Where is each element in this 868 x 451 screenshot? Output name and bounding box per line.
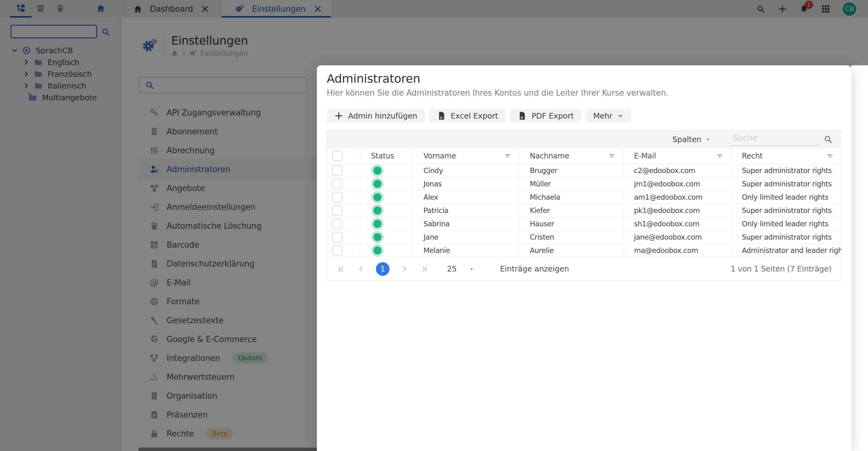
vorname-cell: Cindy xyxy=(413,164,519,177)
page-size-select[interactable]: 25 xyxy=(447,264,474,273)
status-active-dot xyxy=(373,180,381,188)
row-checkbox[interactable] xyxy=(332,178,342,189)
row-select-cell xyxy=(327,177,360,190)
administrators-table: Spalten Suche StatusVornameNachnameE-Mai… xyxy=(327,130,841,281)
table-search: Suche xyxy=(731,133,833,146)
table-row[interactable]: SabrinaHausersh1@edoobox.comOnly limited… xyxy=(327,217,841,231)
export-file-icon: x xyxy=(437,111,446,120)
table-search-input[interactable]: Suche xyxy=(731,133,819,146)
pager-summary: 1 von 1 Seiten (7 Einträge) xyxy=(731,264,832,273)
email-cell: jane@edoobox.com xyxy=(623,231,731,244)
administrators-panel: Administratoren Hier können Sie die Admi… xyxy=(317,65,851,451)
row-select-cell xyxy=(327,231,360,244)
vorname-cell: Jonas xyxy=(413,177,519,190)
admin-hinzuf-gen-button[interactable]: Admin hinzufügen xyxy=(327,109,425,123)
button-label: Admin hinzufügen xyxy=(348,111,417,120)
columns-chooser-button[interactable]: Spalten xyxy=(672,135,711,144)
table-row[interactable]: CindyBruggerc2@edoobox.comSuper administ… xyxy=(327,164,841,177)
row-checkbox[interactable] xyxy=(332,192,342,202)
status-cell xyxy=(360,231,413,244)
administrators-drawer: Administratoren Hier können Sie die Admi… xyxy=(317,65,868,451)
status-cell xyxy=(360,191,413,204)
status-active-dot xyxy=(373,233,381,241)
column-header-nachname[interactable]: Nachname xyxy=(519,148,623,164)
search-icon[interactable] xyxy=(824,135,833,144)
table-row[interactable]: JaneCristenjane@edoobox.comSuper adminis… xyxy=(327,231,841,244)
nachname-cell: Brugger xyxy=(519,164,623,177)
page-size-label: Einträge anzeigen xyxy=(500,264,569,273)
row-checkbox[interactable] xyxy=(332,219,342,229)
filter-icon[interactable] xyxy=(608,152,616,160)
nachname-cell: Kiefer xyxy=(519,204,623,217)
status-cell xyxy=(360,217,413,230)
column-header-label: E-Mail xyxy=(634,152,656,160)
email-cell: ma@edoobox.com xyxy=(623,244,731,257)
previous-page-icon[interactable] xyxy=(356,264,365,274)
status-cell xyxy=(360,244,413,257)
recht-cell: Only limited leader rights xyxy=(731,191,841,204)
export-file-icon: x xyxy=(518,111,527,120)
button-label: Excel Export xyxy=(451,111,498,120)
vorname-cell: Jane xyxy=(413,231,519,244)
row-checkbox[interactable] xyxy=(332,245,342,256)
button-label: PDF Export xyxy=(531,111,574,120)
next-page-icon[interactable] xyxy=(400,264,409,274)
drawer-subtitle: Hier können Sie die Administratoren Ihre… xyxy=(327,88,841,97)
table-row[interactable]: PatriciaKieferpk1@edoobox.comSuper admin… xyxy=(327,204,841,217)
columns-chooser-label: Spalten xyxy=(672,135,702,144)
table-toolbar: Spalten Suche xyxy=(327,131,841,148)
pdf-export-button[interactable]: xPDF Export xyxy=(510,109,581,123)
vorname-cell: Alex xyxy=(413,191,519,204)
email-cell: am1@edoobox.com xyxy=(623,191,731,204)
vorname-cell: Melanie xyxy=(413,244,519,257)
row-checkbox[interactable] xyxy=(332,165,342,176)
recht-cell: Super administrator rights xyxy=(731,177,841,190)
mehr-button[interactable]: Mehr xyxy=(586,109,631,123)
recht-cell: Only limited leader rights xyxy=(731,217,841,230)
table-row[interactable]: JonasMüllerjm1@edoobox.comSuper administ… xyxy=(327,177,841,191)
svg-text:x: x xyxy=(521,115,523,119)
current-page-button[interactable]: 1 xyxy=(376,262,390,276)
column-header-label: Nachname xyxy=(530,152,569,160)
caret-down-icon xyxy=(705,137,711,142)
caret-down-icon xyxy=(469,266,474,272)
row-select-cell xyxy=(327,164,360,177)
status-active-dot xyxy=(373,167,381,175)
select-all-checkbox[interactable] xyxy=(332,151,342,161)
status-active-dot xyxy=(373,206,381,215)
plus-icon xyxy=(334,111,343,120)
column-header-label: Vorname xyxy=(424,152,456,160)
filter-icon[interactable] xyxy=(826,152,834,160)
button-label: Mehr xyxy=(593,111,612,120)
column-header-recht[interactable]: Recht xyxy=(731,148,841,164)
table-pager: 1 25 Einträge anzeigen 1 von 1 Seiten (7… xyxy=(327,257,841,280)
excel-export-button[interactable]: xExcel Export xyxy=(429,109,506,123)
status-active-dot xyxy=(373,246,381,254)
nachname-cell: Cristen xyxy=(519,231,623,244)
email-cell: jm1@edoobox.com xyxy=(623,177,731,190)
status-cell xyxy=(360,177,413,190)
column-header-e-mail[interactable]: E-Mail xyxy=(623,148,731,164)
recht-cell: Super administrator rights xyxy=(731,231,841,244)
filter-icon[interactable] xyxy=(716,152,724,160)
row-checkbox[interactable] xyxy=(332,205,342,216)
status-cell xyxy=(360,204,413,217)
chevron-down-icon xyxy=(617,111,624,120)
recht-cell: Super administrator rights xyxy=(731,204,841,217)
table-row[interactable]: AlexMichaelaam1@edoobox.comOnly limited … xyxy=(327,191,841,204)
vorname-cell: Sabrina xyxy=(413,217,519,230)
row-select-cell xyxy=(327,204,360,217)
column-header-vorname[interactable]: Vorname xyxy=(413,148,519,164)
first-page-icon[interactable] xyxy=(336,264,346,274)
filter-icon[interactable] xyxy=(503,152,512,160)
drawer-title: Administratoren xyxy=(327,72,841,86)
nachname-cell: Aurelie xyxy=(519,244,623,257)
drawer-scrollbar-gutter[interactable] xyxy=(851,65,868,451)
vorname-cell: Patricia xyxy=(413,204,519,217)
last-page-icon[interactable] xyxy=(420,264,429,274)
email-cell: pk1@edoobox.com xyxy=(623,204,731,217)
svg-text:x: x xyxy=(440,115,442,119)
column-header-status[interactable]: Status xyxy=(360,148,413,164)
row-checkbox[interactable] xyxy=(332,232,342,243)
table-row[interactable]: MelanieAureliema@edoobox.comAdministrato… xyxy=(327,244,841,257)
